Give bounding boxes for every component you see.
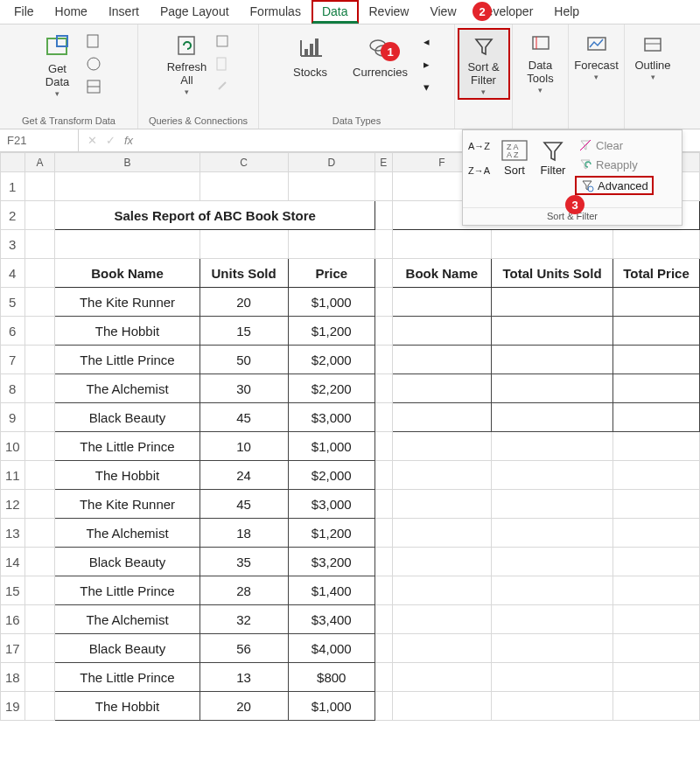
col-D[interactable]: D bbox=[288, 153, 375, 172]
col-E[interactable]: E bbox=[375, 153, 393, 172]
row-6[interactable]: 6 bbox=[1, 317, 25, 346]
cell-units[interactable]: 18 bbox=[200, 519, 288, 548]
row-12[interactable]: 12 bbox=[1, 490, 25, 519]
row-5[interactable]: 5 bbox=[1, 288, 25, 317]
cell-price[interactable]: $1,000 bbox=[288, 432, 375, 461]
cell-units[interactable]: 45 bbox=[200, 490, 288, 519]
cell-price[interactable]: $2,200 bbox=[288, 374, 375, 403]
cell-book[interactable]: The Hobbit bbox=[55, 317, 200, 346]
currencies-button[interactable]: Currencies bbox=[346, 28, 416, 81]
col-B[interactable]: B bbox=[55, 153, 200, 172]
cell-book[interactable]: Black Beauty bbox=[55, 403, 200, 432]
cell-book[interactable]: The Hobbit bbox=[55, 461, 200, 490]
queries-icon[interactable] bbox=[214, 31, 233, 51]
cell-book[interactable]: Black Beauty bbox=[55, 548, 200, 576]
cell-units[interactable]: 35 bbox=[200, 548, 288, 576]
outline-button[interactable]: Outline ▾ bbox=[628, 28, 677, 83]
forecast-button[interactable]: Forecast ▾ bbox=[570, 28, 622, 83]
cell-units[interactable]: 28 bbox=[200, 576, 288, 605]
row-7[interactable]: 7 bbox=[1, 346, 25, 374]
cell-price[interactable]: $3,000 bbox=[288, 490, 375, 519]
cell-price[interactable]: $1,200 bbox=[288, 519, 375, 548]
row-8[interactable]: 8 bbox=[1, 374, 25, 403]
cell[interactable] bbox=[392, 288, 492, 317]
cell[interactable] bbox=[612, 374, 699, 403]
select-all-cell[interactable] bbox=[1, 153, 25, 172]
properties-icon[interactable] bbox=[214, 54, 233, 73]
cell[interactable] bbox=[492, 317, 613, 346]
row-19[interactable]: 19 bbox=[1, 692, 25, 721]
grid[interactable]: A B C D E F G H 1 2 Sales Report of ABC … bbox=[0, 152, 700, 721]
row-15[interactable]: 15 bbox=[1, 576, 25, 605]
row-2[interactable]: 2 bbox=[1, 201, 25, 230]
cell-units[interactable]: 13 bbox=[200, 663, 288, 692]
cell-price[interactable]: $4,000 bbox=[288, 634, 375, 663]
tab-review[interactable]: Review bbox=[359, 0, 420, 24]
row-13[interactable]: 13 bbox=[1, 519, 25, 548]
tab-file[interactable]: File bbox=[4, 0, 45, 24]
cell-book[interactable]: Black Beauty bbox=[55, 634, 200, 663]
row-11[interactable]: 11 bbox=[1, 461, 25, 490]
cell-book[interactable]: The Little Prince bbox=[55, 663, 200, 692]
scroll-right-icon[interactable]: ▸ bbox=[417, 54, 437, 73]
advanced-button[interactable]: Advanced bbox=[575, 176, 654, 195]
cell[interactable] bbox=[492, 346, 613, 374]
cell-price[interactable]: $3,200 bbox=[288, 548, 375, 576]
cell-book[interactable]: The Little Prince bbox=[55, 576, 200, 605]
cell-book[interactable]: The Little Prince bbox=[55, 432, 200, 461]
cell[interactable] bbox=[392, 317, 492, 346]
row-3[interactable]: 3 bbox=[1, 230, 25, 259]
cell-book[interactable]: The Alchemist bbox=[55, 374, 200, 403]
cell-book[interactable]: The Little Prince bbox=[55, 346, 200, 374]
name-box[interactable]: F21 bbox=[0, 129, 79, 151]
cell-book[interactable]: The Kite Runner bbox=[55, 288, 200, 317]
cell-units[interactable]: 10 bbox=[200, 432, 288, 461]
from-text-icon[interactable] bbox=[84, 31, 103, 51]
cell-units[interactable]: 24 bbox=[200, 461, 288, 490]
cell-book[interactable]: The Hobbit bbox=[55, 692, 200, 721]
cell-units[interactable]: 20 bbox=[200, 692, 288, 721]
col-A[interactable]: A bbox=[24, 153, 55, 172]
cell[interactable] bbox=[612, 403, 699, 432]
cell-units[interactable]: 20 bbox=[200, 288, 288, 317]
reapply-button[interactable]: Reapply bbox=[575, 157, 654, 172]
row-14[interactable]: 14 bbox=[1, 548, 25, 576]
cell-price[interactable]: $800 bbox=[288, 663, 375, 692]
cell-price[interactable]: $2,000 bbox=[288, 461, 375, 490]
edit-links-icon[interactable] bbox=[214, 77, 233, 96]
cell[interactable] bbox=[612, 346, 699, 374]
col-C[interactable]: C bbox=[200, 153, 288, 172]
cell-units[interactable]: 32 bbox=[200, 605, 288, 634]
expand-icon[interactable]: ▾ bbox=[417, 77, 437, 96]
cell-book[interactable]: The Alchemist bbox=[55, 519, 200, 548]
from-table-icon[interactable] bbox=[84, 77, 103, 96]
cancel-icon[interactable]: ✕ bbox=[88, 134, 97, 147]
from-web-icon[interactable] bbox=[84, 54, 103, 73]
cell-book[interactable]: The Alchemist bbox=[55, 605, 200, 634]
cell-units[interactable]: 56 bbox=[200, 634, 288, 663]
cell[interactable] bbox=[492, 403, 613, 432]
cell-price[interactable]: $3,000 bbox=[288, 403, 375, 432]
stocks-button[interactable]: Stocks bbox=[276, 28, 346, 81]
cell[interactable] bbox=[612, 317, 699, 346]
cell-price[interactable]: $2,000 bbox=[288, 346, 375, 374]
scroll-left-icon[interactable]: ◂ bbox=[417, 31, 437, 51]
refresh-all-button[interactable]: Refresh All ▾ bbox=[163, 28, 212, 100]
cell-units[interactable]: 50 bbox=[200, 346, 288, 374]
cell-price[interactable]: $1,200 bbox=[288, 317, 375, 346]
cell-units[interactable]: 15 bbox=[200, 317, 288, 346]
tab-formulas[interactable]: Formulas bbox=[240, 0, 312, 24]
cell[interactable] bbox=[392, 403, 492, 432]
cell[interactable] bbox=[392, 374, 492, 403]
filter-button[interactable]: Filter bbox=[535, 136, 571, 207]
sort-desc-button[interactable]: Z→A bbox=[468, 164, 489, 185]
sort-filter-button[interactable]: Sort & Filter ▾ bbox=[458, 28, 510, 100]
row-17[interactable]: 17 bbox=[1, 634, 25, 663]
tab-view[interactable]: View bbox=[419, 0, 466, 24]
row-16[interactable]: 16 bbox=[1, 605, 25, 634]
cell-price[interactable]: $1,000 bbox=[288, 692, 375, 721]
cell-book[interactable]: The Kite Runner bbox=[55, 490, 200, 519]
cell[interactable] bbox=[392, 346, 492, 374]
row-1[interactable]: 1 bbox=[1, 172, 25, 201]
data-tools-button[interactable]: Data Tools ▾ bbox=[516, 28, 565, 96]
